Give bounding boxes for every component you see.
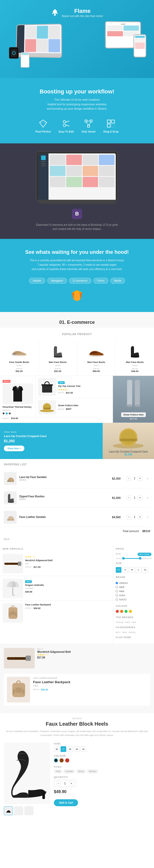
qty-plus-2[interactable]: + (138, 496, 143, 500)
cart-remove-2[interactable]: × (145, 496, 150, 500)
backpack-img (3, 603, 23, 623)
thumb-1[interactable] (4, 806, 13, 815)
detail-colour: Colour: (54, 754, 150, 763)
svg-rect-26 (15, 353, 16, 355)
cart-item-brand-2: adidas (19, 498, 106, 500)
svg-rect-34 (43, 408, 50, 409)
brand-nike[interactable]: NIKE (116, 585, 151, 589)
price-slider[interactable] (116, 558, 151, 559)
backpack-price-detail: $36.92 (41, 688, 48, 691)
tag-women[interactable]: Women (87, 769, 98, 773)
brand-tagline: Stand out with the site that rocks! (62, 14, 103, 18)
belt-card: ★★★☆☆ Wordrich Edgewood Belt belt $22.00… (0, 551, 113, 576)
size-39[interactable]: 39 (74, 746, 80, 752)
product-price-old-1: $45.00 (2, 368, 36, 370)
cart-remove-1[interactable]: × (145, 476, 150, 480)
umbrella-name: Dragon Umbrella (25, 584, 44, 586)
colour-red[interactable] (116, 610, 119, 613)
thumb-2[interactable] (14, 806, 23, 815)
umbrella-img (3, 579, 23, 598)
qty-minus-3[interactable]: − (126, 515, 131, 520)
top-brands: TOP BRANDS ADIDAS · NIKE · H&M (116, 616, 151, 623)
cart-item-img-3 (4, 511, 17, 524)
price-thumb-right[interactable] (139, 557, 142, 560)
brand-gucci[interactable]: GUCCI (116, 597, 151, 601)
brand-checkbox-nike[interactable] (116, 586, 118, 588)
product-name-4: Man Faux Boots (118, 361, 152, 364)
price-thumb-left[interactable] (122, 557, 125, 560)
add-to-cart-button[interactable]: Add to Cart (54, 799, 78, 806)
qty-minus-2[interactable]: − (126, 496, 131, 500)
product-card-2: Man Faux Boots shoes $45.00 $32.00 (38, 341, 77, 376)
qty-plus-1[interactable]: + (138, 476, 143, 481)
tag-booty[interactable]: Booty (76, 769, 85, 773)
tag-sandals[interactable]: Sandals (64, 769, 75, 773)
size-40[interactable]: 40 (81, 746, 86, 752)
featured-row: Straw Jeans Lace-Up Crochet Cropped Cami… (0, 423, 154, 459)
size-m[interactable]: M (129, 567, 135, 573)
detail-qty-minus[interactable]: − (56, 781, 61, 786)
backpack-detail-card: Faux Leather Backpack Faux Leather Backp… (4, 674, 150, 706)
detail-tags: Tags: Heel Sandals Booty Women (54, 766, 150, 773)
colour-swatch-black[interactable] (54, 758, 58, 763)
cart-item-img-2 (4, 491, 17, 504)
colour-swatch-red[interactable] (65, 758, 69, 763)
svg-point-62 (10, 658, 11, 659)
cart-item-2: Zipped Faux Booties adidas $1,200 − 1 + … (4, 488, 150, 507)
tag-heel[interactable]: Heel (54, 769, 62, 773)
brand-hm[interactable]: H&M (116, 589, 151, 593)
size-xl[interactable]: XL (143, 567, 148, 573)
backpack-price-old: $49.99 (25, 607, 31, 609)
shop-now-button[interactable]: Shop Now > (4, 445, 25, 451)
price-slider-fill (123, 558, 141, 559)
svg-point-3 (63, 121, 66, 123)
colour-filter-title: COLOUR (116, 604, 151, 607)
cart-item-name-1: Lace-Up Faux Sandals (19, 476, 106, 478)
size-label: Size: (54, 742, 150, 745)
colour-swatch-brown[interactable] (60, 758, 64, 763)
colour-green[interactable] (124, 610, 127, 613)
thumb-3[interactable] (25, 806, 33, 815)
product-brand-1: shoes (2, 364, 36, 367)
brand-adidas[interactable]: ADIDAS (116, 581, 151, 585)
hat-photo-bg: Lace-Up Crochet Cropped Cami $1,392 (103, 423, 154, 459)
size-s[interactable]: S (122, 567, 128, 573)
buy-now-btn[interactable]: BUY NOW (138, 553, 151, 556)
brand-zara[interactable]: ZARA (116, 593, 151, 597)
tag-header[interactable]: Header (29, 278, 45, 284)
size-36[interactable]: 36 (54, 746, 60, 752)
svg-rect-35 (127, 380, 132, 406)
size-38[interactable]: 38 (67, 746, 73, 752)
brand-checkbox-zara[interactable] (116, 594, 118, 596)
colour-yellow[interactable] (129, 610, 132, 613)
cart-item-price-1: $2,350 (109, 477, 124, 480)
brand-checkbox-adidas[interactable] (116, 582, 118, 584)
detail-size-grid: 36 37 38 39 40 (54, 746, 150, 752)
qty-minus-1[interactable]: − (126, 476, 131, 481)
size-37[interactable]: 37 (61, 746, 66, 752)
size-xs[interactable]: XS (116, 567, 121, 573)
tag-ecommerce[interactable]: E-commerce (69, 278, 91, 284)
tag-media[interactable]: Media (110, 278, 125, 284)
umbrella-brand: umbrella (25, 587, 44, 589)
product-img-2 (41, 344, 75, 359)
detail-qty-plus[interactable]: + (69, 781, 74, 786)
svg-point-63 (13, 658, 14, 659)
product-card-1: Faux Suede Boots shoes $45.00 $32.00 (0, 341, 38, 376)
tag-navigation[interactable]: Navigation (47, 278, 67, 284)
cart-item-price-2: $1,200 (109, 496, 124, 499)
new-arrivals-section: NEW ARRIVALS ★★★ (0, 545, 154, 644)
detail-main-img (4, 742, 50, 804)
hero-section: Flame Stand out with the site that rocks… (0, 0, 154, 78)
cart-remove-3[interactable]: × (145, 515, 150, 519)
colour-orange[interactable] (120, 610, 123, 613)
workflow-section: Boosting up your workflow! The Ultimate … (0, 78, 154, 144)
qty-plus-3[interactable]: + (138, 515, 143, 520)
hood-tags: Header Navigation E-commerce Forms Media (5, 278, 149, 284)
brand-checkbox-gucci[interactable] (116, 598, 118, 600)
size-l[interactable]: L (136, 567, 142, 573)
svg-rect-25 (14, 353, 15, 355)
tag-forms[interactable]: Forms (93, 278, 108, 284)
brand-checkbox-hm[interactable] (116, 590, 118, 592)
tote-price: $47.00 (66, 392, 73, 394)
